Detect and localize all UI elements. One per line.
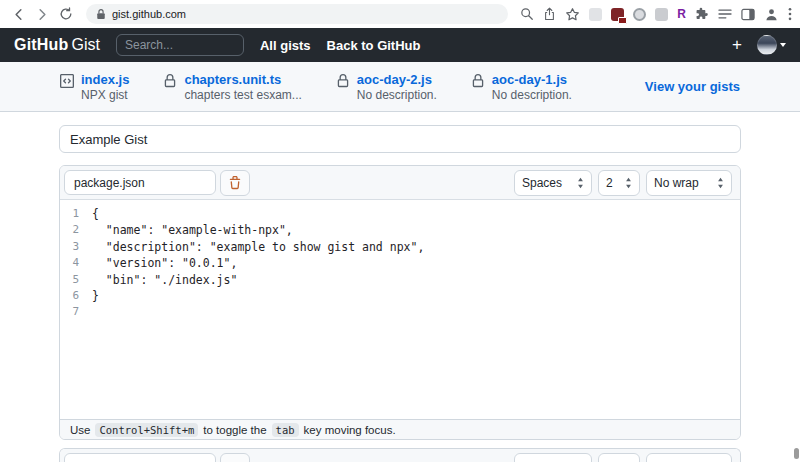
gist-description-input[interactable] <box>59 125 741 153</box>
indent-mode-select-2[interactable] <box>514 453 592 462</box>
gist-item-aoc-day-1[interactable]: aoc-day-1.js No description. <box>471 73 572 101</box>
wrap-mode-select-2[interactable] <box>646 453 732 462</box>
line-number: 1 <box>60 206 92 222</box>
caret-down-icon <box>780 43 786 47</box>
view-your-gists-link[interactable]: View your gists <box>645 79 740 94</box>
bookmark-star-button[interactable] <box>565 7 580 22</box>
extension-badge <box>618 17 627 24</box>
code-square-icon <box>60 74 74 101</box>
github-gist-logo[interactable]: GitHub Gist <box>14 36 100 54</box>
star-icon <box>565 7 580 22</box>
url-bar[interactable]: gist.github.com <box>86 4 508 24</box>
code-text: "version": "0.0.1", <box>92 255 237 271</box>
reload-button[interactable] <box>56 4 76 24</box>
reload-icon <box>59 7 73 21</box>
gist-name[interactable]: aoc-day-2.js <box>357 73 437 86</box>
gist-name[interactable]: chapters.unit.ts <box>184 73 301 86</box>
nav-all-gists[interactable]: All gists <box>260 38 311 53</box>
updown-arrows-icon <box>717 177 724 189</box>
line-number: 7 <box>60 304 92 320</box>
extension-icon-r[interactable]: R <box>677 8 686 21</box>
accessibility-hint: Use Control+Shift+m to toggle the tab ke… <box>60 419 740 439</box>
line-number: 3 <box>60 239 92 255</box>
gist-description: No description. <box>492 89 572 101</box>
forward-button[interactable] <box>32 4 52 24</box>
new-gist-plus-button[interactable]: + <box>732 35 742 55</box>
browser-menu-button[interactable] <box>788 7 792 21</box>
line-number: 6 <box>60 288 92 304</box>
gist-form: Spaces 2 No wrap 1 { 2 "name" <box>0 112 800 462</box>
back-button[interactable] <box>8 4 28 24</box>
extensions-puzzle-button[interactable] <box>695 7 709 21</box>
delete-file-button[interactable] <box>220 170 250 196</box>
gist-name[interactable]: aoc-day-1.js <box>492 73 572 86</box>
line-number: 4 <box>60 255 92 271</box>
nav-back-to-github[interactable]: Back to GitHub <box>327 38 421 53</box>
filename-input[interactable] <box>64 170 216 195</box>
file-block-package-json: Spaces 2 No wrap 1 { 2 "name" <box>59 165 741 440</box>
wrap-mode-value: No wrap <box>654 176 699 190</box>
extension-icon-2[interactable] <box>611 8 624 21</box>
gist-item-index-js[interactable]: index.js NPX gist <box>60 73 129 101</box>
code-text: "bin": "./index.js" <box>92 272 237 288</box>
puzzle-icon <box>695 7 709 21</box>
line-number: 2 <box>60 222 92 238</box>
trash-icon <box>228 176 242 190</box>
file-block-new <box>59 448 741 462</box>
code-line: 3 "description": "example to show gist a… <box>60 239 740 255</box>
code-text: { <box>92 206 99 222</box>
gist-item-chapters[interactable]: chapters.unit.ts chapters test esxam... <box>163 73 301 101</box>
wrap-mode-select[interactable]: No wrap <box>646 170 732 196</box>
search-input[interactable] <box>116 34 244 56</box>
editor-settings: Spaces 2 No wrap <box>514 170 736 196</box>
code-editor[interactable]: 1 { 2 "name": "example-with-npx", 3 "des… <box>60 200 740 419</box>
share-button[interactable] <box>543 7 556 21</box>
hint-prefix: Use <box>70 424 90 436</box>
indent-mode-select[interactable]: Spaces <box>514 170 592 196</box>
brand-github: GitHub <box>14 36 69 54</box>
editor-settings-2 <box>514 453 736 462</box>
hint-suffix: key moving focus. <box>304 424 396 436</box>
forward-arrow-icon <box>35 7 50 22</box>
recent-gists-bar: index.js NPX gist chapters.unit.ts chapt… <box>0 62 800 112</box>
zoom-button[interactable] <box>520 7 534 21</box>
indent-mode-value: Spaces <box>522 176 562 190</box>
updown-arrows-icon <box>625 177 632 189</box>
header-nav: All gists Back to GitHub <box>260 38 420 53</box>
file-header: Spaces 2 No wrap <box>60 166 740 200</box>
gist-item-aoc-day-2[interactable]: aoc-day-2.js No description. <box>336 73 437 101</box>
sidebar-icon <box>741 8 755 21</box>
profile-menu-button[interactable] <box>757 35 786 55</box>
filename-input-2[interactable] <box>64 453 216 462</box>
indent-size-value: 2 <box>606 176 613 190</box>
delete-file-button-2[interactable] <box>220 453 250 462</box>
share-icon <box>543 7 556 21</box>
browser-profile-button[interactable] <box>764 7 779 22</box>
reading-list-button[interactable] <box>718 8 732 20</box>
code-text: "description": "example to show gist and… <box>92 239 424 255</box>
hint-tab-kbd: tab <box>272 423 299 437</box>
gist-name[interactable]: index.js <box>81 73 129 86</box>
browser-chrome: gist.github.com R <box>0 0 800 28</box>
browser-toolbar-icons: R <box>520 7 792 22</box>
indent-size-select[interactable]: 2 <box>598 170 640 196</box>
code-line: 7 <box>60 304 740 320</box>
indent-size-select-2[interactable] <box>598 453 640 462</box>
file-header <box>60 449 740 462</box>
gist-description: No description. <box>357 89 437 101</box>
side-panel-button[interactable] <box>741 8 755 21</box>
code-line: 5 "bin": "./index.js" <box>60 272 740 288</box>
magnifier-icon <box>520 7 534 21</box>
code-line: 4 "version": "0.0.1", <box>60 255 740 271</box>
lock-icon <box>163 74 177 101</box>
extension-icon-1[interactable] <box>589 8 602 21</box>
hint-middle: to toggle the <box>203 424 266 436</box>
extension-icon-3[interactable] <box>633 8 646 21</box>
updown-arrows-icon <box>577 177 584 189</box>
extension-icon-4[interactable] <box>655 8 668 21</box>
code-line: 1 { <box>60 206 740 222</box>
line-number: 5 <box>60 272 92 288</box>
back-arrow-icon <box>11 7 26 22</box>
lock-icon <box>336 74 350 101</box>
page-scrollbar-thumb[interactable] <box>794 448 799 459</box>
